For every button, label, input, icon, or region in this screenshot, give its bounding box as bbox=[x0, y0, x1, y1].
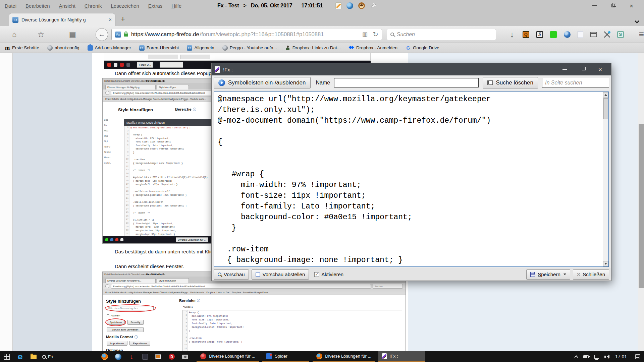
dark-app-icon[interactable] bbox=[142, 354, 148, 360]
style-code-textarea[interactable]: @namespace url("http://www.mozilla.org/k… bbox=[218, 94, 599, 265]
mini-line-number: 9 bbox=[124, 155, 129, 158]
save-dropdown-caret-icon bbox=[564, 274, 566, 275]
greasemonkey-icon[interactable] bbox=[358, 2, 365, 9]
bookmark-star-icon[interactable]: ☆ bbox=[37, 31, 45, 38]
action-center-icon[interactable] bbox=[635, 354, 640, 359]
bookmark-item[interactable]: Erste Schritte bbox=[5, 45, 39, 51]
bookmark-item[interactable]: Dropbox - Anmelden bbox=[349, 45, 397, 51]
menu-hamburger-icon[interactable]: ≡ bbox=[639, 29, 644, 40]
network-icon[interactable] bbox=[594, 355, 599, 359]
clear-search-button[interactable]: Suche löschen bbox=[483, 77, 538, 88]
firefox-icon[interactable] bbox=[101, 353, 108, 360]
find-in-page-input[interactable] bbox=[542, 78, 609, 88]
bookmark-item[interactable]: Foren-Übersicht bbox=[139, 45, 179, 51]
menu-item[interactable]: Chronik bbox=[85, 3, 102, 9]
scroll-up-arrow[interactable] bbox=[603, 92, 608, 98]
preview-button[interactable]: Vorschau bbox=[214, 269, 249, 280]
url-bar[interactable]: Fx https://www.camp-firefox.de /forum/vi… bbox=[111, 29, 382, 40]
red-circle-annotation bbox=[105, 318, 126, 326]
restore-button[interactable] bbox=[611, 4, 615, 7]
volume-icon[interactable] bbox=[607, 355, 609, 358]
tray-expand-chevron-icon[interactable] bbox=[574, 355, 578, 359]
wrench-icon[interactable] bbox=[370, 3, 376, 9]
menu-item[interactable]: Datei bbox=[5, 3, 16, 9]
active-tab[interactable]: Fx Diverse Lösungen für Nightly g × bbox=[9, 13, 115, 26]
dialog-maximize-button[interactable] bbox=[581, 68, 584, 71]
file-explorer-icon[interactable] bbox=[31, 355, 37, 359]
preview-off-button[interactable]: Vorschau abstellen bbox=[252, 269, 309, 280]
bookmark-item[interactable]: Peggo - Youtube aufn... bbox=[222, 45, 277, 51]
edge-icon[interactable]: e bbox=[17, 352, 23, 361]
mini-line-number: 5 bbox=[183, 325, 188, 329]
new-tab-button[interactable]: + bbox=[121, 15, 125, 23]
start-button-icon[interactable] bbox=[4, 354, 10, 360]
dvbviewer-icon[interactable] bbox=[169, 354, 175, 360]
dialog-close-button[interactable]: × bbox=[598, 66, 602, 73]
taskbar-button[interactable]: Diverse Lösungen für ... bbox=[313, 351, 375, 362]
page-addon-icon[interactable] bbox=[578, 31, 583, 38]
mini-line-text: font-family: lato !important; bbox=[129, 144, 174, 147]
toggle-toolbars-label: Symbolleisten ein-/ausblenden bbox=[228, 79, 306, 86]
library-icon[interactable]: ▤ bbox=[61, 31, 76, 38]
toggle-toolbars-button[interactable]: Symbolleisten ein-/ausblenden bbox=[214, 77, 311, 88]
bookmark-item[interactable]: Add-ons-Manager bbox=[88, 45, 131, 51]
activate-checkbox-row[interactable]: Aktivieren bbox=[314, 272, 343, 277]
taskbar-button[interactable]: Spider bbox=[262, 351, 309, 362]
thunderbird-taskbar-icon[interactable] bbox=[115, 354, 121, 360]
panel-addon-icon[interactable] bbox=[590, 32, 597, 37]
code-scrollbar-thumb[interactable] bbox=[603, 98, 608, 119]
minimize-button[interactable] bbox=[592, 5, 597, 6]
bookmark-item[interactable]: about:config bbox=[47, 45, 79, 51]
code-scrollbar[interactable] bbox=[603, 92, 608, 266]
page-scrollbar-thumb[interactable] bbox=[639, 124, 644, 288]
reload-icon[interactable]: ↻ bbox=[373, 31, 378, 38]
dialog-minimize-button[interactable] bbox=[562, 69, 567, 70]
s-addon-icon[interactable]: S bbox=[617, 31, 624, 38]
all-tabs-chevron-icon[interactable] bbox=[635, 19, 639, 23]
taskbar-button[interactable]: !Fx : bbox=[378, 351, 425, 362]
bookmark-item[interactable]: Dropbox: Links zu Dat... bbox=[285, 45, 341, 51]
https-lock-icon[interactable] bbox=[124, 34, 128, 37]
taskbar-search[interactable]: F:\ bbox=[40, 354, 55, 359]
mini-line-number: 10 bbox=[124, 158, 129, 162]
reader-mode-icon[interactable]: ▥ bbox=[362, 31, 368, 38]
close-button[interactable]: × bbox=[630, 3, 633, 9]
menu-item[interactable]: Ansicht bbox=[59, 3, 75, 9]
activate-checkbox[interactable] bbox=[314, 272, 319, 277]
dialog-titlebar[interactable]: !Fx : × bbox=[212, 63, 611, 75]
green-status-addon-icon[interactable] bbox=[550, 31, 557, 38]
screenshot-addon-icon[interactable] bbox=[604, 32, 610, 38]
stylish-addon-icon[interactable]: S bbox=[536, 31, 543, 38]
search-box[interactable] bbox=[387, 29, 496, 40]
home-icon[interactable]: ⌂ bbox=[12, 31, 16, 38]
bookmark-item[interactable]: Google Drive bbox=[406, 45, 439, 51]
search-input[interactable] bbox=[397, 32, 492, 38]
thunderbird-icon[interactable] bbox=[346, 2, 353, 9]
mini-line-text: /* außen */ bbox=[129, 212, 150, 214]
menu-item[interactable]: Hilfe bbox=[171, 3, 181, 9]
taskbar-clock[interactable]: 17:01 bbox=[615, 354, 627, 359]
quickjava-addon-icon[interactable]: Q bbox=[523, 31, 529, 38]
navigation-toolbar: ⌂ ☆ ▤ ← Fx https://www.camp-firefox.de /… bbox=[0, 26, 644, 43]
menu-item[interactable]: Lesezeichen bbox=[111, 3, 139, 9]
media-player-icon[interactable] bbox=[155, 354, 161, 359]
downloads-icon[interactable]: ↓ bbox=[509, 31, 516, 38]
save-button[interactable]: Speichern bbox=[526, 269, 570, 280]
mini-line-number: 3 bbox=[124, 133, 129, 137]
notes-icon[interactable] bbox=[335, 2, 341, 9]
camera-app-icon[interactable] bbox=[182, 355, 188, 359]
back-button[interactable]: ← bbox=[96, 28, 108, 41]
close-dialog-button[interactable]: × Schließen bbox=[573, 269, 609, 280]
download-manager-icon[interactable]: ↓ bbox=[130, 353, 133, 360]
scroll-down-arrow[interactable] bbox=[603, 261, 608, 266]
tab-close-icon[interactable]: × bbox=[109, 17, 112, 23]
taskbar-button[interactable]: Diverse Lösungen für ... bbox=[197, 351, 259, 362]
bookmark-label: Dropbox: Links zu Dat... bbox=[292, 45, 341, 50]
menu-item[interactable]: Extras bbox=[148, 3, 163, 9]
page-scrollbar[interactable] bbox=[638, 53, 644, 351]
bookmark-item[interactable]: Allgemein bbox=[187, 45, 214, 51]
menu-item[interactable]: Bearbeiten bbox=[25, 3, 50, 9]
style-name-input[interactable] bbox=[334, 78, 479, 87]
battery-icon[interactable] bbox=[583, 355, 589, 358]
sync-addon-icon[interactable] bbox=[564, 31, 571, 38]
